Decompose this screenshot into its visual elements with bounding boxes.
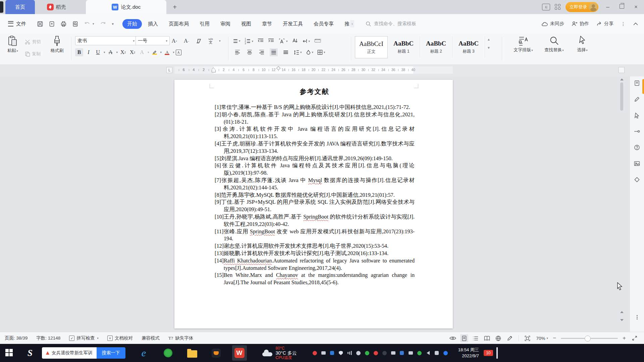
notification-bell-icon[interactable]: [356, 351, 361, 356]
sort-button[interactable]: [292, 38, 298, 44]
game-app-icon[interactable]: [211, 347, 222, 359]
minimize-button[interactable]: –: [603, 4, 612, 10]
clear-format-button[interactable]: [195, 37, 203, 45]
bullet-list-button[interactable]: ▾: [233, 39, 240, 43]
bluetooth-icon[interactable]: [399, 351, 405, 356]
style-标题 1[interactable]: AaBbC标题 1: [387, 36, 420, 58]
menu-tab-开发工具[interactable]: 开发工具: [278, 19, 308, 29]
pen-tool-icon[interactable]: [633, 95, 641, 103]
file-explorer-icon[interactable]: [186, 347, 198, 359]
antivirus-icon[interactable]: [312, 351, 317, 356]
ie-browser-icon[interactable]: e: [138, 347, 150, 359]
more-menu-icon[interactable]: ⋮: [621, 21, 626, 26]
input-method-icon[interactable]: [434, 351, 439, 356]
tab-stop-selector[interactable]: L: [166, 67, 172, 73]
next-page-icon[interactable]: [620, 319, 624, 321]
material-library-icon[interactable]: [633, 176, 641, 184]
reference-entry[interactable]: [9]丁佳.基于 JSP+MySQL 的用户登录系统 SQL 注入实例及防范[J…: [215, 199, 415, 214]
show-desktop-button[interactable]: [496, 347, 498, 359]
network-signal-icon[interactable]: [347, 351, 352, 356]
reference-entry[interactable]: [11]张峰.应用 SpringBoot 改变 web 应用开发模式[J].科技…: [215, 228, 415, 243]
text-effects-button[interactable]: A: [138, 48, 146, 56]
vertical-scrollbar[interactable]: [619, 76, 625, 332]
phone-link-icon[interactable]: [321, 351, 326, 356]
decrease-font-button[interactable]: A–: [182, 37, 191, 45]
font-name-combobox[interactable]: 隶书▾: [75, 36, 137, 45]
reference-entry[interactable]: [1]常佳宁,潘琳.一种基于 B/S 的网上购物系统设计[J].中国科技信息,2…: [215, 104, 415, 111]
format-painter-button[interactable]: 格式刷: [48, 36, 66, 54]
align-left-button[interactable]: [233, 48, 241, 56]
new-tab-button[interactable]: +: [170, 0, 180, 14]
reference-entry[interactable]: [7]张振超,吴杰,陈序蓬.浅谈 Java 中 Mysql 数据库的连接与操作[…: [215, 177, 415, 192]
screenshot-ocr-icon[interactable]: [633, 160, 641, 168]
red-app-icon[interactable]: [373, 351, 378, 356]
split-view-icon[interactable]: [633, 127, 641, 135]
eye-protect-icon[interactable]: [449, 334, 457, 342]
reference-entry[interactable]: [15]Ben White.Marx and Chayanov at the m…: [215, 272, 415, 287]
tab-home[interactable]: 首页: [5, 0, 35, 14]
volume-icon[interactable]: [426, 351, 431, 356]
distribute-button[interactable]: [282, 48, 290, 56]
numbered-list-button[interactable]: 123▾: [245, 38, 253, 45]
menu-tab-审阅[interactable]: 审阅: [216, 19, 235, 29]
tab-document[interactable]: W 论文.doc: [86, 0, 166, 14]
underline-button[interactable]: U: [94, 48, 102, 56]
previous-page-icon[interactable]: [620, 311, 624, 313]
page-thumbnail-icon[interactable]: [633, 79, 641, 87]
justify-button[interactable]: [270, 48, 278, 56]
show-marks-button[interactable]: ▾: [302, 39, 310, 44]
style-标题 3[interactable]: AaBbC标题 3: [452, 36, 485, 58]
tab-ruler-button[interactable]: [314, 38, 321, 44]
reference-entry[interactable]: [3]余涛.计算机软件开发中 Java 编程语言的应用研究[J].信息记录材料,…: [215, 126, 415, 140]
read-layout-icon[interactable]: [483, 334, 491, 342]
apps-grid-icon[interactable]: [555, 4, 561, 10]
spell-check-toggle[interactable]: ✓ 拼写检查▾: [69, 335, 99, 341]
line-spacing-button[interactable]: ▾: [294, 50, 302, 55]
browser-app-icon[interactable]: S: [28, 348, 33, 358]
outline-view-icon[interactable]: [472, 334, 480, 342]
word-count[interactable]: 字数: 12148: [36, 335, 60, 341]
reference-entry[interactable]: [4]王子虎,胡丽珍.基于计算机软件安全开发的 JAVA 编程语言研究[J].数…: [215, 140, 415, 155]
reference-entry[interactable]: [8]范开勇,陈宇收.MySQL 数据库性能优化研究[J].中国新通信,2019…: [215, 192, 415, 199]
menu-tab-会员专享[interactable]: 会员专享: [309, 19, 338, 29]
save-button[interactable]: [37, 21, 43, 27]
collapse-ribbon-icon[interactable]: [633, 22, 638, 25]
menu-tab-章节[interactable]: 章节: [257, 19, 277, 29]
sync-status[interactable]: 未同步: [541, 21, 564, 27]
bold-button[interactable]: B: [75, 48, 83, 56]
export-pdf-button[interactable]: [49, 21, 55, 27]
reference-entry[interactable]: [13]姬晓鹏.计算机软件开发技术与设计探究[J].电子测试,2020(16):…: [215, 250, 415, 257]
menu-tab-页面布局[interactable]: 页面布局: [164, 19, 194, 29]
collaborate-button[interactable]: 协作: [572, 21, 589, 27]
wechat-icon[interactable]: [417, 351, 422, 356]
green-browser-icon[interactable]: [162, 347, 174, 359]
fullscreen-icon[interactable]: [631, 334, 639, 342]
reference-entry[interactable]: [12]谢志坚.计算机应用软件开发技术支撑思考[J].电子世界,2020(15)…: [215, 243, 415, 250]
menu-tab-视图[interactable]: 视图: [236, 19, 256, 29]
wps-taskbar-icon[interactable]: W: [232, 345, 247, 361]
find-replace-button[interactable]: 查找替换▾: [541, 36, 567, 53]
scrollbar-thumb[interactable]: [620, 82, 623, 111]
print-preview-button[interactable]: [72, 21, 78, 27]
more-tools-icon[interactable]: [633, 313, 641, 321]
taskbar-clock[interactable]: 18:54 周三 2022/9/7: [458, 347, 479, 359]
zoom-slider[interactable]: [561, 338, 618, 339]
menu-overflow-chevron[interactable]: ›: [350, 20, 354, 27]
zoom-in-button[interactable]: +: [623, 335, 626, 342]
page-indicator[interactable]: 页面: 38/39: [5, 335, 28, 341]
weather-widget[interactable]: 80°C 30°C 多云 CPU温度: [262, 346, 297, 360]
menu-tab-插入[interactable]: 插入: [143, 19, 163, 29]
increase-font-button[interactable]: A+: [170, 37, 178, 45]
superscript-button[interactable]: X2: [119, 48, 127, 56]
web-layout-icon[interactable]: [494, 334, 502, 342]
fit-page-icon[interactable]: [524, 334, 532, 342]
ruler-toggle-icon[interactable]: [619, 67, 625, 73]
laptop-icon[interactable]: [391, 351, 396, 356]
print-button[interactable]: [60, 21, 67, 27]
undo-button[interactable]: ▾: [84, 21, 94, 27]
select-cursor-icon[interactable]: [633, 111, 641, 119]
ink-tool-icon[interactable]: [506, 334, 514, 342]
page-view-icon[interactable]: [460, 334, 468, 342]
power-plug-icon[interactable]: [408, 351, 413, 356]
redo-button[interactable]: [100, 21, 106, 27]
